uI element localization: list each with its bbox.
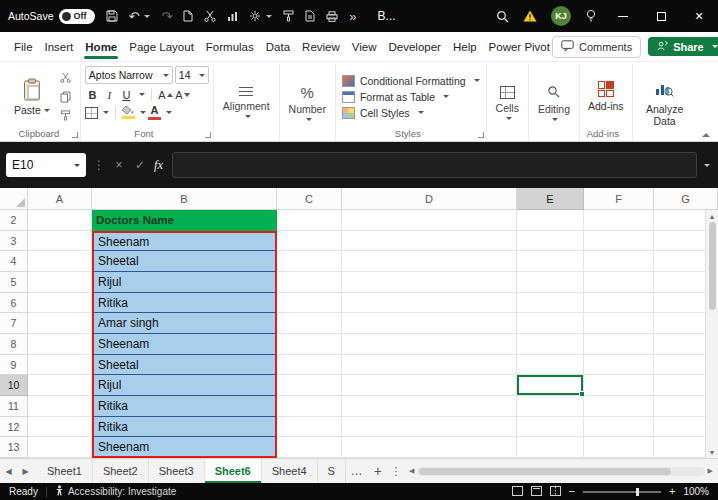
document-title[interactable]: B... bbox=[378, 9, 396, 23]
tab-scroll-left-icon[interactable]: ◀ bbox=[0, 459, 17, 483]
paste-button[interactable]: Paste bbox=[8, 66, 56, 127]
cell-E9[interactable] bbox=[517, 355, 584, 376]
cell-B10[interactable]: Rijul bbox=[92, 375, 277, 396]
cell-A4[interactable] bbox=[28, 251, 92, 272]
maximize-button[interactable] bbox=[642, 0, 680, 32]
format-painter-icon[interactable] bbox=[283, 10, 294, 22]
menu-tab-developer[interactable]: Developer bbox=[387, 34, 443, 59]
cell-E13[interactable] bbox=[517, 437, 584, 458]
more-sheets-icon[interactable]: … bbox=[346, 459, 368, 483]
close-button[interactable]: × bbox=[680, 0, 718, 32]
cell-D6[interactable] bbox=[342, 293, 517, 314]
cell-B8[interactable]: Sheenam bbox=[92, 334, 277, 355]
cell-C10[interactable] bbox=[277, 375, 342, 396]
cell-A12[interactable] bbox=[28, 417, 92, 438]
italic-button[interactable]: I bbox=[102, 87, 117, 102]
cell-F9[interactable] bbox=[584, 355, 654, 376]
cells-group[interactable]: Cells bbox=[487, 64, 529, 141]
cell-D7[interactable] bbox=[342, 313, 517, 334]
tab-scroll-right-icon[interactable]: ▶ bbox=[17, 459, 34, 483]
addins-button[interactable]: Add-ins bbox=[584, 66, 628, 127]
font-color-chevron-icon[interactable] bbox=[166, 111, 172, 114]
warning-icon[interactable] bbox=[523, 10, 537, 22]
cell-E5[interactable] bbox=[517, 272, 584, 293]
vertical-scroll-thumb[interactable] bbox=[709, 222, 716, 310]
cell-F12[interactable] bbox=[584, 417, 654, 438]
menu-tab-data[interactable]: Data bbox=[264, 34, 292, 59]
lightbulb-icon[interactable] bbox=[585, 9, 597, 23]
cell-B2[interactable]: Doctors Name bbox=[92, 210, 277, 231]
row-header-12[interactable]: 12 bbox=[0, 417, 28, 438]
horizontal-scrollbar[interactable]: ◀ ▶ bbox=[404, 459, 718, 483]
avatar[interactable]: KJ bbox=[551, 6, 571, 26]
cell-C12[interactable] bbox=[277, 417, 342, 438]
cell-F13[interactable] bbox=[584, 437, 654, 458]
cell-E2[interactable] bbox=[517, 210, 584, 231]
styles-dialog-launcher-icon[interactable] bbox=[478, 132, 484, 138]
cell-A2[interactable] bbox=[28, 210, 92, 231]
menu-tab-help[interactable]: Help bbox=[451, 34, 479, 59]
column-header-D[interactable]: D bbox=[342, 188, 517, 210]
column-header-C[interactable]: C bbox=[277, 188, 342, 210]
row-header-11[interactable]: 11 bbox=[0, 396, 28, 417]
zoom-slider-thumb[interactable] bbox=[636, 488, 639, 496]
redo-icon[interactable]: ↷ bbox=[161, 10, 172, 23]
cell-B5[interactable]: Rijul bbox=[92, 272, 277, 293]
more-commands-icon[interactable]: » bbox=[349, 10, 356, 23]
format-painter-icon[interactable] bbox=[57, 108, 75, 123]
copy-icon[interactable] bbox=[57, 89, 75, 104]
row-header-6[interactable]: 6 bbox=[0, 293, 28, 314]
sheet-tab-sheet2[interactable]: Sheet2 bbox=[93, 459, 149, 483]
cell-C6[interactable] bbox=[277, 293, 342, 314]
page-break-view-icon[interactable] bbox=[550, 486, 561, 498]
cell-D10[interactable] bbox=[342, 375, 517, 396]
cell-B9[interactable]: Sheetal bbox=[92, 355, 277, 376]
fill-color-icon[interactable] bbox=[122, 106, 135, 119]
cell-D2[interactable] bbox=[342, 210, 517, 231]
menu-tab-page-layout[interactable]: Page Layout bbox=[127, 34, 196, 59]
formula-input[interactable] bbox=[172, 152, 697, 178]
cell-D13[interactable] bbox=[342, 437, 517, 458]
decrease-font-size-button[interactable]: A bbox=[175, 87, 190, 102]
number-group[interactable]: % Number bbox=[280, 64, 336, 141]
select-all-corner[interactable] bbox=[0, 188, 28, 210]
menu-tab-insert[interactable]: Insert bbox=[43, 34, 76, 59]
cell-C13[interactable] bbox=[277, 437, 342, 458]
cell-D12[interactable] bbox=[342, 417, 517, 438]
row-header-5[interactable]: 5 bbox=[0, 272, 28, 293]
cell-D8[interactable] bbox=[342, 334, 517, 355]
insert-function-icon[interactable]: fx bbox=[154, 158, 163, 173]
cell-F6[interactable] bbox=[584, 293, 654, 314]
menu-tab-view[interactable]: View bbox=[350, 34, 379, 59]
cut-icon[interactable] bbox=[57, 70, 75, 85]
row-header-2[interactable]: 2 bbox=[0, 210, 28, 231]
sheet-tab-sheet6[interactable]: Sheet6 bbox=[205, 459, 262, 483]
cell-D4[interactable] bbox=[342, 251, 517, 272]
cell-A8[interactable] bbox=[28, 334, 92, 355]
underline-chevron-icon[interactable] bbox=[139, 93, 145, 96]
column-header-B[interactable]: B bbox=[92, 188, 277, 210]
row-header-9[interactable]: 9 bbox=[0, 355, 28, 376]
cell-E3[interactable] bbox=[517, 231, 584, 252]
scroll-right-icon[interactable]: ▶ bbox=[708, 467, 713, 475]
cell-E7[interactable] bbox=[517, 313, 584, 334]
cell-F7[interactable] bbox=[584, 313, 654, 334]
cell-C7[interactable] bbox=[277, 313, 342, 334]
cell-C3[interactable] bbox=[277, 231, 342, 252]
sheet-tab-sheet3[interactable]: Sheet3 bbox=[149, 459, 205, 483]
cell-E8[interactable] bbox=[517, 334, 584, 355]
cell-B11[interactable]: Ritika bbox=[92, 396, 277, 417]
increase-font-size-button[interactable]: A bbox=[158, 87, 173, 102]
search-icon[interactable] bbox=[496, 10, 509, 23]
normal-view-icon[interactable] bbox=[512, 486, 523, 498]
page-layout-view-icon[interactable] bbox=[531, 486, 542, 498]
cancel-icon[interactable]: × bbox=[112, 158, 126, 172]
share-button[interactable]: Share bbox=[648, 37, 718, 56]
cell-A10[interactable] bbox=[28, 375, 92, 396]
formula-bar-expand-icon[interactable] bbox=[704, 156, 710, 174]
autosave-toggle[interactable]: AutoSave Off bbox=[8, 9, 95, 24]
row-header-3[interactable]: 3 bbox=[0, 231, 28, 252]
cell-C9[interactable] bbox=[277, 355, 342, 376]
row-header-8[interactable]: 8 bbox=[0, 334, 28, 355]
font-size-select[interactable]: 14 bbox=[175, 66, 209, 84]
